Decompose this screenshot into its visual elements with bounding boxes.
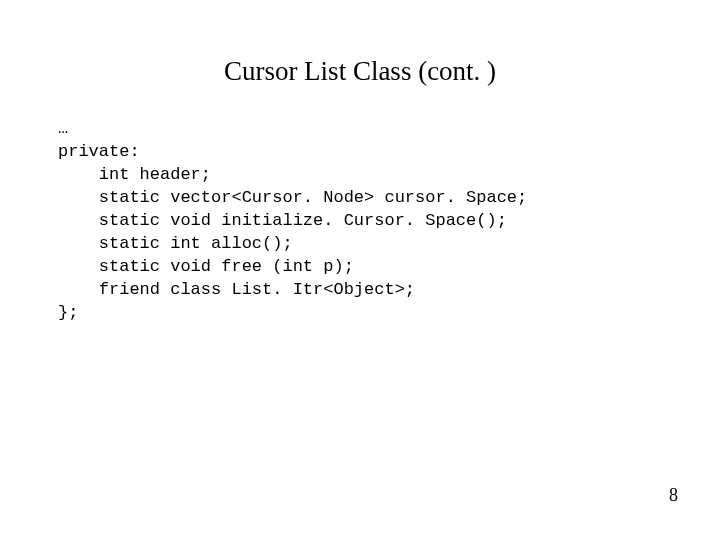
code-line: friend class List. Itr<Object>;	[58, 280, 415, 299]
slide-title: Cursor List Class (cont. )	[0, 56, 720, 87]
code-line: private:	[58, 142, 140, 161]
code-line: static void free (int p);	[58, 257, 354, 276]
code-line: static void initialize. Cursor. Space();	[58, 211, 507, 230]
page-number: 8	[669, 485, 678, 506]
code-line: static vector<Cursor. Node> cursor. Spac…	[58, 188, 527, 207]
code-line: int header;	[58, 165, 211, 184]
code-line: …	[58, 119, 68, 138]
code-block: … private: int header; static vector<Cur…	[58, 118, 527, 324]
code-line: };	[58, 303, 78, 322]
slide: Cursor List Class (cont. ) … private: in…	[0, 0, 720, 540]
code-line: static int alloc();	[58, 234, 293, 253]
